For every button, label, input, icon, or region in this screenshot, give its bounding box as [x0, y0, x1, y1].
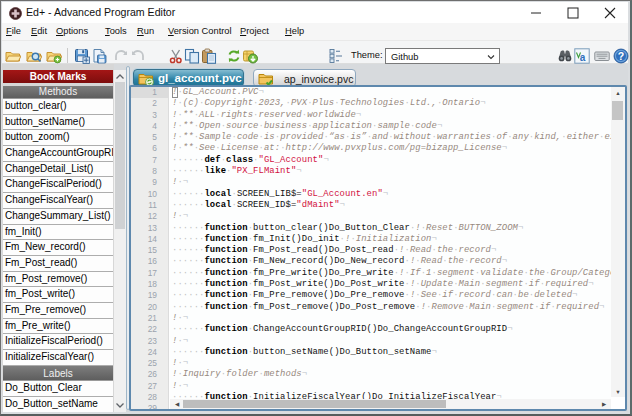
svg-text:?: ? — [618, 50, 624, 62]
